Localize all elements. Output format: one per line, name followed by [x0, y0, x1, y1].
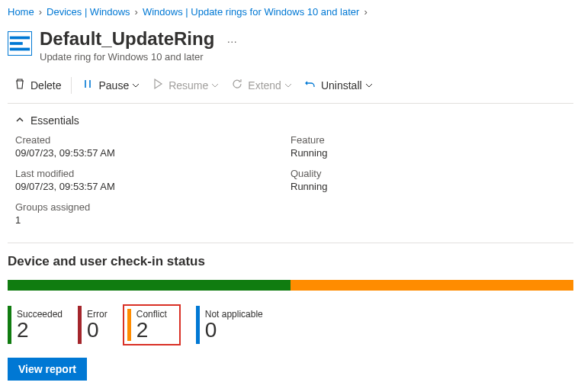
page-title: Default_UpdateRing: [40, 28, 214, 50]
chevron-down-icon: [365, 79, 373, 92]
uninstall-button[interactable]: Uninstall: [298, 75, 379, 95]
extend-button: Extend: [225, 75, 298, 95]
essentials-value: 09/07/23, 09:53:57 AM: [15, 181, 290, 192]
essentials-value: 09/07/23, 09:53:57 AM: [15, 147, 290, 159]
svg-rect-0: [10, 37, 30, 40]
page-header: Default_UpdateRing … Update ring for Win…: [8, 24, 573, 72]
chevron-down-icon: [284, 79, 292, 92]
essentials-value: 1: [15, 214, 290, 226]
toolbar: Delete Pause Resume Extend Uninstall: [8, 72, 573, 104]
delete-label: Delete: [30, 79, 61, 92]
status-count: 2: [17, 320, 63, 341]
pause-button[interactable]: Pause: [75, 75, 146, 95]
essentials-label: Groups assigned: [15, 201, 290, 213]
status-accent: [196, 306, 200, 344]
essentials-title: Essentials: [30, 114, 79, 127]
essentials-label: Created: [15, 134, 290, 146]
play-icon: [152, 78, 169, 92]
extend-label: Extend: [248, 79, 281, 92]
section-divider: [8, 243, 573, 243]
status-cards: Succeeded 2 Error 0 Conflict 2 Not appli…: [8, 304, 573, 345]
essentials-item-quality: Quality Running: [290, 168, 566, 192]
undo-icon: [304, 78, 321, 92]
essentials-item-groups: Groups assigned 1: [15, 201, 290, 226]
toolbar-separator: [71, 77, 72, 94]
status-card-error[interactable]: Error 0: [78, 304, 108, 345]
status-count: 0: [87, 320, 108, 341]
chevron-up-icon: [15, 114, 30, 127]
refresh-icon: [231, 78, 248, 92]
status-section-title: Device and user check-in status: [8, 254, 573, 269]
status-accent: [127, 309, 131, 341]
more-actions-button[interactable]: …: [226, 33, 238, 45]
essentials-label: Last modified: [15, 168, 290, 179]
resource-icon: [8, 31, 32, 56]
resume-button: Resume: [146, 75, 225, 95]
pause-label: Pause: [98, 79, 129, 92]
status-count: 2: [136, 320, 167, 341]
status-accent: [8, 306, 11, 344]
breadcrumb-update-rings[interactable]: Windows | Update rings for Windows 10 an…: [143, 6, 359, 18]
status-bar-segment-succeeded: [8, 280, 290, 291]
status-bar: [8, 280, 573, 291]
essentials-section: Essentials Created 09/07/23, 09:53:57 AM…: [8, 104, 573, 239]
view-report-button[interactable]: View report: [8, 358, 87, 381]
breadcrumb-home[interactable]: Home: [8, 6, 34, 18]
essentials-label: Quality: [290, 168, 566, 179]
essentials-item-lastmodified: Last modified 09/07/23, 09:53:57 AM: [15, 168, 290, 192]
resume-label: Resume: [169, 79, 208, 92]
chevron-down-icon: [132, 79, 140, 92]
chevron-right-icon: ›: [39, 6, 42, 18]
chevron-down-icon: [211, 79, 219, 92]
status-count: 0: [205, 320, 263, 341]
essentials-value: Running: [290, 147, 566, 159]
status-card-notapplicable[interactable]: Not applicable 0: [196, 304, 263, 345]
essentials-value: Running: [290, 181, 566, 192]
status-card-succeeded[interactable]: Succeeded 2: [8, 304, 63, 345]
breadcrumb: Home › Devices | Windows › Windows | Upd…: [8, 0, 573, 24]
essentials-item-feature: Feature Running: [290, 134, 566, 159]
pause-icon: [82, 78, 98, 92]
essentials-label: Feature: [290, 134, 566, 146]
essentials-item-created: Created 09/07/23, 09:53:57 AM: [15, 134, 290, 159]
status-accent: [78, 306, 82, 344]
uninstall-label: Uninstall: [321, 79, 362, 92]
trash-icon: [14, 78, 30, 92]
page-subtitle: Update ring for Windows 10 and later: [40, 51, 573, 63]
delete-button[interactable]: Delete: [8, 75, 67, 95]
svg-rect-2: [10, 48, 30, 51]
chevron-right-icon: ›: [364, 6, 367, 18]
essentials-right-column: Feature Running Quality Running: [290, 134, 566, 235]
chevron-right-icon: ›: [135, 6, 138, 18]
breadcrumb-devices[interactable]: Devices | Windows: [47, 6, 130, 18]
status-card-conflict[interactable]: Conflict 2: [123, 304, 181, 345]
svg-rect-1: [10, 42, 23, 45]
status-bar-segment-conflict: [290, 280, 573, 291]
essentials-left-column: Created 09/07/23, 09:53:57 AM Last modif…: [15, 134, 290, 235]
essentials-toggle[interactable]: Essentials: [15, 114, 566, 127]
